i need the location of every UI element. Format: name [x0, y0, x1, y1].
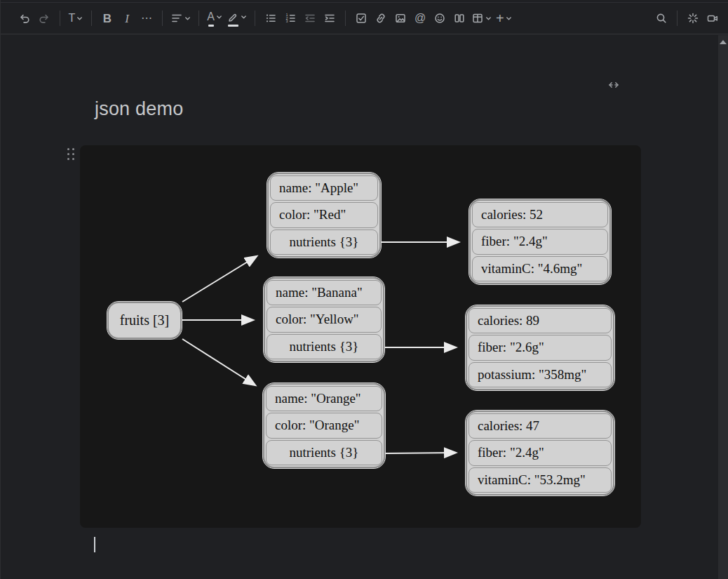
toolbar-divider: [91, 11, 92, 26]
chevron-down-icon: [506, 15, 512, 22]
node-row-fiber: fiber: "2.6g": [469, 335, 612, 360]
node-banana[interactable]: name: "Banana" color: "Yellow" nutrients…: [264, 277, 384, 362]
node-row-vitaminc: vitaminC: "53.2mg": [469, 467, 612, 493]
text-style-icon: T: [69, 13, 76, 24]
bold-icon: B: [103, 13, 112, 25]
align-button[interactable]: [169, 8, 192, 28]
node-row-name: name: "Orange": [266, 386, 382, 411]
image-button[interactable]: [391, 8, 410, 28]
camera-icon: [706, 12, 719, 25]
node-row-potassium: potassium: "358mg": [469, 362, 612, 387]
node-apple[interactable]: name: "Apple" color: "Red" nutrients {3}: [267, 173, 381, 258]
node-orange[interactable]: name: "Orange" color: "Orange" nutrients…: [263, 383, 385, 468]
node-row-nutrients: nutrients {3}: [270, 229, 378, 255]
node-fruits[interactable]: fruits [3]: [107, 302, 182, 339]
node-row-calories: calories: 52: [472, 202, 608, 227]
node-apple-nutrients[interactable]: calories: 52 fiber: "2.4g" vitaminC: "4.…: [469, 199, 611, 284]
node-row-calories: calories: 47: [469, 413, 612, 439]
chevron-down-icon: [241, 14, 247, 20]
outdent-button[interactable]: [301, 8, 319, 28]
camera-button[interactable]: [703, 8, 722, 28]
node-orange-nutrients[interactable]: calories: 47 fiber: "2.4g" vitaminC: "53…: [466, 411, 614, 495]
link-button[interactable]: [372, 8, 390, 28]
outdent-icon: [304, 12, 316, 25]
mention-button[interactable]: @: [411, 8, 429, 28]
highlight-icon: [227, 11, 239, 23]
toolbar-divider: [345, 11, 346, 26]
vertical-scrollbar[interactable]: [718, 35, 728, 579]
highlight-underbar: [228, 25, 238, 27]
checkbox-list-button[interactable]: [352, 8, 370, 28]
node-row-fiber: fiber: "2.4g": [469, 440, 612, 465]
italic-button[interactable]: I: [118, 8, 136, 28]
toolbar: T B I ⋯ A: [1, 3, 728, 34]
image-icon: [394, 12, 407, 25]
text-style-button[interactable]: T: [67, 8, 85, 28]
scroll-up-arrow-icon[interactable]: [720, 40, 727, 44]
node-row-calories: calories: 89: [469, 308, 612, 333]
node-row-color: color: "Yellow": [267, 307, 382, 332]
expand-width-button[interactable]: [607, 79, 621, 94]
json-diagram-canvas[interactable]: fruits [3] name: "Apple" color: "Red" nu…: [80, 145, 641, 528]
node-row-color: color: "Orange": [266, 413, 382, 438]
toolbar-divider: [60, 11, 60, 26]
node-row-name: name: "Apple": [270, 175, 378, 201]
table-button[interactable]: [470, 8, 493, 28]
numbered-list-button[interactable]: 1 2 3: [281, 8, 299, 28]
toolbar-divider: [198, 11, 199, 26]
node-row-color: color: "Red": [270, 202, 378, 227]
text-color-icon: A: [207, 11, 215, 22]
align-icon: [170, 12, 183, 25]
expand-width-icon: [607, 79, 621, 91]
indent-icon: [323, 12, 336, 25]
table-icon: [471, 12, 484, 25]
numbered-list-icon: 1 2 3: [284, 12, 297, 25]
toolbar-divider: [255, 11, 255, 26]
toolbar-divider: [162, 11, 163, 26]
color-underbar: [208, 25, 214, 27]
node-row-fiber: fiber: "2.4g": [472, 229, 608, 254]
burst-icon: [687, 12, 699, 25]
bullet-list-button[interactable]: [262, 8, 280, 28]
emoji-button[interactable]: [431, 8, 449, 28]
redo-button[interactable]: [35, 8, 53, 28]
chevron-down-icon: [216, 14, 222, 20]
block-drag-handle[interactable]: [66, 147, 76, 161]
node-row-nutrients: nutrients {3}: [266, 440, 382, 465]
editor-window: T B I ⋯ A: [0, 0, 728, 579]
columns-icon: [453, 12, 466, 25]
node-banana-nutrients[interactable]: calories: 89 fiber: "2.6g" potassium: "3…: [466, 305, 614, 390]
node-row-nutrients: nutrients {3}: [267, 334, 382, 359]
more-formatting-button[interactable]: ⋯: [137, 8, 156, 28]
bold-button[interactable]: B: [98, 8, 116, 28]
edge-orange-nutrients: [386, 453, 456, 453]
insert-button[interactable]: +: [494, 8, 513, 28]
emoji-icon: [433, 12, 446, 25]
svg-text:3: 3: [286, 19, 288, 23]
burst-button[interactable]: [684, 8, 702, 28]
highlight-button[interactable]: [225, 8, 248, 28]
columns-button[interactable]: [450, 8, 469, 28]
page-title[interactable]: json demo: [95, 98, 183, 120]
undo-icon: [18, 12, 31, 25]
undo-button[interactable]: [15, 8, 34, 28]
edge-fruits-apple: [182, 256, 257, 302]
link-icon: [375, 12, 387, 25]
mention-icon: @: [414, 13, 426, 24]
more-icon: ⋯: [141, 13, 152, 24]
chevron-down-icon: [485, 15, 492, 22]
node-row-name: name: "Banana": [267, 280, 382, 305]
checkbox-icon: [355, 12, 368, 25]
edge-fruits-orange: [182, 339, 255, 385]
toolbar-divider: [677, 11, 678, 26]
node-label: fruits [3]: [110, 305, 179, 336]
italic-icon: I: [125, 13, 129, 25]
indent-button[interactable]: [321, 8, 339, 28]
text-cursor: [94, 537, 95, 552]
chevron-down-icon: [76, 15, 83, 22]
text-color-button[interactable]: A: [205, 8, 224, 28]
node-row-vitaminc: vitaminC: "4.6mg": [472, 256, 608, 281]
search-button[interactable]: [652, 8, 670, 28]
chevron-down-icon: [184, 15, 191, 22]
redo-icon: [38, 12, 50, 25]
